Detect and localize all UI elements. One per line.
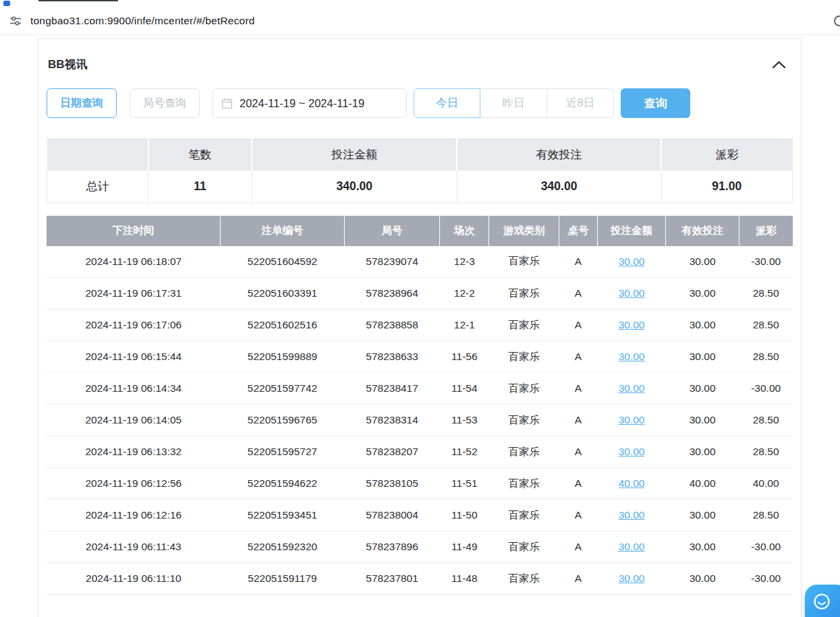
header-valid-bet: 有效投注 [666, 216, 739, 246]
bet-amount-link[interactable]: 30.00 [619, 382, 645, 394]
cell-game-type: 百家乐 [489, 531, 559, 563]
cell-payout: 28.50 [739, 341, 793, 373]
bet-amount-link[interactable]: 30.00 [619, 319, 645, 330]
bet-amount-link[interactable]: 30.00 [619, 256, 645, 267]
header-session: 场次 [440, 216, 489, 246]
cell-game-type: 百家乐 [489, 278, 559, 310]
table-row: 2024-11-19 06:13:32 522051595727 5782382… [47, 436, 793, 468]
cell-round-id: 578238858 [344, 310, 440, 341]
bet-amount-link[interactable]: 40.00 [619, 477, 645, 489]
bet-amount-link[interactable]: 30.00 [619, 572, 645, 584]
cell-game-type: 百家乐 [489, 468, 559, 500]
cell-session: 11-56 [440, 341, 489, 373]
filter-row: 日期查询 局号查询 2024-11-19 ~ 2024-11-19 今日 昨日 … [47, 88, 793, 118]
cell-valid-bet: 30.00 [666, 373, 739, 405]
bet-amount-link[interactable]: 30.00 [619, 351, 645, 362]
cell-valid-bet: 30.00 [666, 341, 739, 373]
search-button[interactable]: 查询 [621, 88, 690, 118]
cell-order-id: 522051603391 [221, 278, 345, 310]
summary-header-bet-amount: 投注金额 [252, 138, 457, 171]
summary-header-count: 笔数 [148, 138, 252, 171]
cell-session: 11-54 [440, 373, 489, 405]
cell-table-no: A [559, 405, 597, 436]
cell-order-id: 522051593451 [221, 500, 345, 531]
bet-amount-link[interactable]: 30.00 [619, 541, 645, 552]
cell-payout: 28.50 [739, 310, 793, 341]
cell-payout: -30.00 [739, 531, 793, 563]
bet-amount-link[interactable]: 30.00 [619, 414, 645, 425]
calendar-icon [221, 98, 233, 109]
round-query-button[interactable]: 局号查询 [130, 88, 200, 118]
cell-valid-bet: 30.00 [666, 436, 739, 468]
cell-round-id: 578239074 [344, 246, 440, 278]
last-8-days-button[interactable]: 近8日 [547, 88, 614, 118]
bet-table-header-row: 下注时间 注单编号 局号 场次 游戏类别 桌号 投注金额 有效投注 派彩 [47, 216, 793, 246]
date-query-button[interactable]: 日期查询 [47, 88, 117, 118]
table-row: 2024-11-19 06:17:31 522051603391 5782389… [47, 278, 793, 310]
url-text[interactable]: tongbao31.com:9900/infe/mcenter/#/betRec… [30, 15, 255, 27]
bet-table-body: 2024-11-19 06:18:07 522051604592 5782390… [47, 246, 793, 595]
cell-order-id: 522051602516 [221, 310, 345, 341]
yesterday-button[interactable]: 昨日 [480, 88, 547, 118]
bet-amount-link[interactable]: 30.00 [619, 287, 645, 299]
cell-round-id: 578237801 [344, 563, 440, 595]
summary-header-valid-bet: 有效投注 [457, 138, 661, 171]
chevron-up-icon[interactable] [772, 61, 786, 69]
cell-bet-time: 2024-11-19 06:17:31 [47, 278, 221, 310]
browser-right-icon[interactable] [834, 16, 840, 26]
site-settings-icon[interactable] [9, 15, 22, 27]
cell-bet-time: 2024-11-19 06:15:44 [47, 341, 221, 373]
cell-order-id: 522051597742 [221, 373, 345, 405]
cell-game-type: 百家乐 [489, 373, 559, 405]
cell-payout: 28.50 [739, 436, 793, 468]
cell-round-id: 578238633 [344, 341, 440, 373]
customer-service-button[interactable] [805, 585, 840, 617]
cell-table-no: A [559, 563, 597, 595]
summary-header-blank [47, 138, 148, 171]
panel-header: BB视讯 [47, 57, 793, 72]
tab-favicon [3, 1, 10, 6]
summary-count-value: 11 [148, 171, 252, 203]
cell-table-no: A [559, 246, 597, 278]
cell-table-no: A [559, 436, 597, 468]
screen: tongbao31.com:9900/infe/mcenter/#/betRec… [0, 0, 840, 617]
summary-total-label: 总计 [47, 171, 148, 203]
cell-payout: -30.00 [739, 563, 793, 595]
browser-tab-strip [0, 0, 840, 7]
active-tab-underline [38, 0, 118, 1]
bet-record-table: 下注时间 注单编号 局号 场次 游戏类别 桌号 投注金额 有效投注 派彩 202… [47, 216, 793, 595]
bet-amount-link[interactable]: 30.00 [619, 509, 645, 521]
cell-bet-time: 2024-11-19 06:17:06 [47, 310, 221, 341]
date-range-picker[interactable]: 2024-11-19 ~ 2024-11-19 [213, 88, 407, 118]
table-row: 2024-11-19 06:14:05 522051596765 5782383… [47, 405, 793, 436]
cell-order-id: 522051592320 [221, 531, 345, 563]
cell-table-no: A [559, 531, 597, 563]
header-round-id: 局号 [344, 216, 440, 246]
bet-amount-link[interactable]: 30.00 [619, 446, 645, 457]
cell-payout: 40.00 [739, 468, 793, 500]
cell-valid-bet: 30.00 [666, 246, 739, 278]
browser-address-bar: tongbao31.com:9900/infe/mcenter/#/betRec… [0, 7, 840, 35]
cell-table-no: A [559, 468, 597, 500]
today-button[interactable]: 今日 [414, 88, 480, 118]
cell-round-id: 578238004 [344, 500, 440, 531]
cell-order-id: 522051595727 [221, 436, 345, 468]
cell-round-id: 578238417 [344, 373, 440, 405]
header-payout: 派彩 [739, 216, 793, 246]
table-row: 2024-11-19 06:14:34 522051597742 5782384… [47, 373, 793, 405]
summary-header-row: 笔数 投注金额 有效投注 派彩 [47, 138, 793, 171]
cell-session: 11-48 [440, 563, 489, 595]
cell-round-id: 578238105 [344, 468, 440, 500]
summary-valid-bet-value: 340.00 [457, 171, 661, 203]
cell-payout: -30.00 [739, 246, 793, 278]
cell-table-no: A [559, 373, 597, 405]
cell-bet-time: 2024-11-19 06:12:56 [47, 468, 221, 500]
cell-table-no: A [559, 341, 597, 373]
table-row: 2024-11-19 06:11:43 522051592320 5782378… [47, 531, 793, 563]
table-row: 2024-11-19 06:11:10 522051591179 5782378… [47, 563, 793, 595]
cell-payout: 28.50 [739, 500, 793, 531]
summary-bet-amount-value: 340.00 [252, 171, 457, 203]
summary-payout-value: 91.00 [661, 171, 793, 203]
header-bet-time: 下注时间 [47, 216, 221, 246]
cell-session: 11-50 [440, 500, 489, 531]
